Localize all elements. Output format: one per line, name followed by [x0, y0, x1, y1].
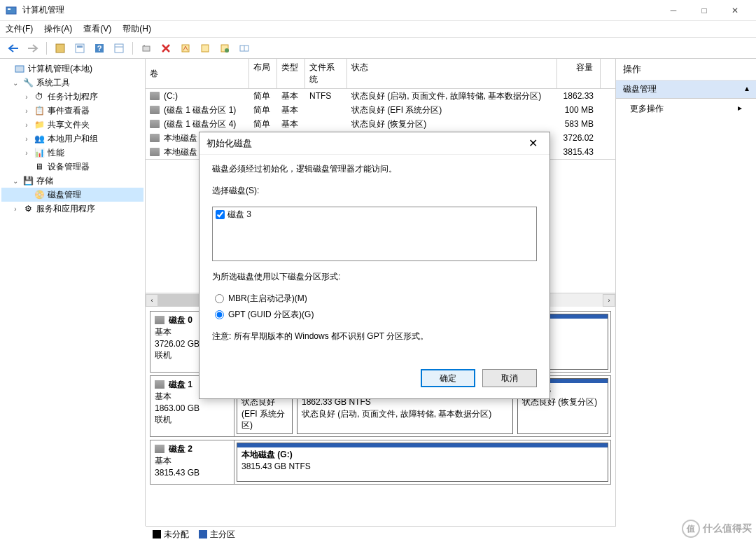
tree-shared-folders[interactable]: ›📁共享文件夹 [1, 118, 144, 132]
svg-rect-12 [202, 45, 209, 52]
tree-task-scheduler[interactable]: ›⏱任务计划程序 [1, 90, 144, 104]
cancel-button[interactable]: 取消 [482, 369, 537, 387]
tb-icon-10[interactable] [237, 41, 252, 56]
col-status[interactable]: 状态 [347, 59, 557, 88]
disk-icon [155, 316, 164, 324]
volume-row[interactable]: (C:)简单基本NTFS状态良好 (启动, 页面文件, 故障转储, 基本数据分区… [146, 89, 615, 103]
volume-icon [150, 120, 160, 128]
tb-icon-8[interactable] [197, 41, 213, 56]
svg-text:?: ? [97, 44, 102, 53]
disk-checkbox[interactable] [216, 210, 225, 219]
svg-rect-9 [143, 46, 150, 51]
forward-icon[interactable] [25, 41, 41, 56]
tree-services-apps[interactable]: ›⚙服务和应用程序 [1, 202, 144, 216]
dialog-titlebar: 初始化磁盘 ✕ [200, 132, 550, 155]
chevron-right-icon: ▸ [738, 103, 742, 115]
mbr-radio[interactable] [215, 294, 224, 303]
menu-file[interactable]: 文件(F) [6, 23, 33, 35]
gpt-option[interactable]: GPT (GUID 分区表)(G) [215, 309, 534, 321]
disk-list[interactable]: 磁盘 3 [212, 207, 537, 261]
menu-help[interactable]: 帮助(H) [122, 23, 151, 35]
menu-action[interactable]: 操作(A) [44, 23, 72, 35]
svg-point-10 [144, 45, 145, 46]
tb-icon-5[interactable] [139, 41, 154, 56]
actions-section[interactable]: 磁盘管理▴ [616, 81, 756, 99]
tb-icon-4[interactable] [111, 41, 127, 56]
volume-icon [150, 134, 160, 142]
volume-header: 卷 布局 类型 文件系统 状态 容量 [146, 59, 615, 89]
help-icon[interactable]: ? [92, 41, 107, 56]
minimize-button[interactable]: ─ [658, 0, 689, 21]
tree-local-users[interactable]: ›👥本地用户和组 [1, 132, 144, 146]
svg-rect-17 [15, 66, 24, 72]
delete-icon[interactable] [158, 41, 174, 56]
svg-point-14 [225, 48, 229, 53]
disk-option[interactable]: 磁盘 3 [216, 209, 533, 221]
svg-rect-7 [115, 44, 123, 53]
toolbar: ? [0, 38, 756, 59]
svg-rect-2 [56, 44, 64, 53]
app-icon [6, 5, 17, 16]
tree-root[interactable]: 计算机管理(本地) [1, 62, 144, 76]
tree-system-tools[interactable]: ⌄🔧系统工具 [1, 76, 144, 90]
navigation-tree: 计算机管理(本地) ⌄🔧系统工具 ›⏱任务计划程序 ›📋事件查看器 ›📁共享文件… [0, 59, 146, 526]
disk-info[interactable]: 磁盘 2 基本 3815.43 GB [150, 440, 234, 484]
disk-icon [155, 380, 164, 389]
tb-icon-9[interactable] [217, 41, 232, 56]
col-type[interactable]: 类型 [277, 59, 305, 88]
tb-icon-2[interactable] [72, 41, 88, 56]
tree-disk-management[interactable]: 📀磁盘管理 [1, 188, 144, 202]
menu-bar: 文件(F) 操作(A) 查看(V) 帮助(H) [0, 21, 756, 38]
menu-view[interactable]: 查看(V) [83, 23, 111, 35]
volume-row[interactable]: (磁盘 1 磁盘分区 1)简单基本状态良好 (EFI 系统分区)100 MB [146, 103, 615, 117]
volume-icon [150, 106, 160, 114]
initialize-disk-dialog: 初始化磁盘 ✕ 磁盘必须经过初始化，逻辑磁盘管理器才能访问。 选择磁盘(S): … [199, 132, 550, 399]
actions-header: 操作 [616, 59, 756, 81]
tb-icon-7[interactable] [178, 41, 193, 56]
tree-event-viewer[interactable]: ›📋事件查看器 [1, 104, 144, 118]
window-title: 计算机管理 [22, 4, 658, 16]
mbr-option[interactable]: MBR(主启动记录)(M) [215, 293, 534, 305]
dialog-note: 注意: 所有早期版本的 Windows 都不识别 GPT 分区形式。 [212, 331, 537, 342]
maximize-button[interactable]: □ [689, 0, 720, 21]
tree-performance[interactable]: ›📊性能 [1, 146, 144, 160]
disk-icon [155, 445, 164, 453]
dialog-close-button[interactable]: ✕ [523, 134, 542, 153]
col-volume[interactable]: 卷 [146, 59, 249, 88]
svg-rect-0 [6, 7, 16, 14]
tree-device-manager[interactable]: 🖥设备管理器 [1, 160, 144, 174]
legend-unalloc: 未分配 [164, 529, 189, 539]
svg-rect-3 [76, 44, 84, 53]
volume-icon [150, 148, 160, 156]
col-fs[interactable]: 文件系统 [305, 59, 347, 88]
volume-icon [150, 92, 160, 100]
window-titlebar: 计算机管理 ─ □ ✕ [0, 0, 756, 21]
close-button[interactable]: ✕ [720, 0, 750, 21]
legend: 未分配 主分区 [146, 526, 616, 542]
volume-row[interactable]: (磁盘 1 磁盘分区 4)简单基本状态良好 (恢复分区)583 MB [146, 117, 615, 131]
gpt-radio[interactable] [215, 310, 224, 319]
col-layout[interactable]: 布局 [249, 59, 277, 88]
legend-primary: 主分区 [210, 529, 235, 539]
more-actions[interactable]: 更多操作▸ [616, 99, 756, 119]
partition[interactable]: 本地磁盘 (G:)3815.43 GB NTFS [237, 443, 608, 482]
back-icon[interactable] [6, 41, 21, 56]
tree-storage[interactable]: ⌄💾存储 [1, 174, 144, 188]
dialog-message: 磁盘必须经过初始化，逻辑磁盘管理器才能访问。 [212, 163, 537, 175]
tb-icon-1[interactable] [52, 41, 68, 56]
svg-rect-4 [77, 46, 83, 48]
col-capacity[interactable]: 容量 [557, 59, 601, 88]
svg-rect-1 [8, 8, 10, 10]
select-disk-label: 选择磁盘(S): [212, 185, 537, 197]
watermark: 值什么值得买 [682, 520, 752, 538]
disk-row-2: 磁盘 2 基本 3815.43 GB 本地磁盘 (G:)3815.43 GB N… [150, 440, 611, 485]
actions-panel: 操作 磁盘管理▴ 更多操作▸ [616, 59, 756, 526]
collapse-icon: ▴ [745, 83, 749, 95]
scheme-label: 为所选磁盘使用以下磁盘分区形式: [212, 271, 537, 283]
dialog-title: 初始化磁盘 [206, 137, 252, 150]
ok-button[interactable]: 确定 [421, 369, 475, 387]
